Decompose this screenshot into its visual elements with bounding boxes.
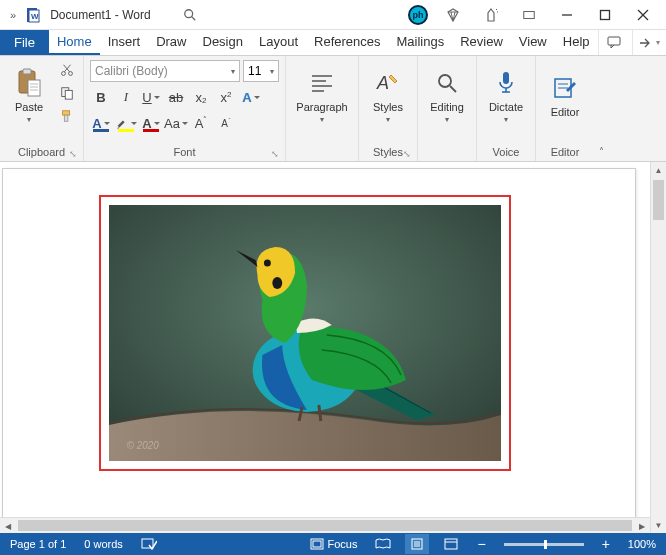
quick-access-chevron[interactable]: » (4, 9, 22, 21)
page-number-status[interactable]: Page 1 of 1 (6, 534, 70, 554)
minimize-button[interactable] (548, 1, 586, 29)
paste-label: Paste (15, 101, 43, 113)
font-dialog-launcher[interactable]: ⤡ (271, 149, 279, 159)
paste-button[interactable]: Paste ▾ (6, 60, 52, 130)
tab-home[interactable]: Home (49, 30, 100, 55)
bold-button[interactable]: B (90, 86, 112, 108)
tab-design[interactable]: Design (195, 30, 251, 55)
zoom-slider-handle[interactable] (544, 540, 547, 549)
styles-button[interactable]: A Styles ▾ (365, 60, 411, 130)
clipboard-dialog-launcher[interactable]: ⤡ (69, 149, 77, 159)
editor-icon (552, 72, 578, 104)
focus-mode-button[interactable]: Focus (306, 534, 362, 554)
hscroll-thumb[interactable] (18, 520, 632, 531)
paragraph-label (292, 156, 352, 161)
underline-button[interactable]: U (140, 86, 162, 108)
collapse-ribbon-button[interactable]: ˄ (599, 146, 604, 157)
tab-review[interactable]: Review (452, 30, 511, 55)
ribbon-options-icon[interactable] (510, 1, 548, 29)
web-layout-button[interactable] (439, 534, 463, 554)
font-color-outline-button[interactable]: A (90, 112, 112, 134)
tab-layout[interactable]: Layout (251, 30, 306, 55)
dictate-button[interactable]: Dictate ▾ (483, 60, 529, 130)
share-button[interactable]: ▾ (632, 30, 666, 55)
zoom-level[interactable]: 100% (624, 534, 660, 554)
editing-button[interactable]: Editing ▾ (424, 60, 470, 130)
svg-rect-52 (313, 541, 321, 547)
font-group: Calibri (Body)▾ 11▾ B I U ab x2 x2 A A A… (84, 56, 286, 161)
status-bar: Page 1 of 1 0 words Focus − + 100% (0, 533, 666, 555)
paragraph-button[interactable]: Paragraph ▾ (292, 60, 352, 130)
zoom-slider[interactable] (504, 543, 584, 546)
svg-rect-28 (63, 111, 70, 115)
coming-soon-icon[interactable] (472, 1, 510, 29)
grow-font-button[interactable]: A˄ (190, 112, 212, 134)
horizontal-scrollbar[interactable]: ◀ ▶ (0, 517, 650, 533)
svg-point-22 (62, 72, 66, 76)
editor-btn-label: Editor (551, 106, 580, 118)
cut-button[interactable] (57, 60, 77, 80)
diamond-icon[interactable] (434, 1, 472, 29)
svg-line-25 (64, 65, 70, 72)
word-count-status[interactable]: 0 words (80, 534, 127, 554)
dictate-btn-label: Dictate (489, 101, 523, 113)
file-tab[interactable]: File (0, 30, 49, 55)
styles-label: Styles⤡ (365, 144, 411, 161)
superscript-button[interactable]: x2 (215, 86, 237, 108)
font-label: Font⤡ (90, 144, 279, 161)
shrink-font-button[interactable]: A˅ (215, 112, 237, 134)
search-icon[interactable] (171, 1, 209, 29)
svg-point-45 (264, 260, 271, 267)
text-effects-button[interactable]: A (240, 86, 262, 108)
svg-point-35 (439, 75, 451, 87)
svg-rect-50 (142, 539, 153, 548)
change-case-button[interactable]: Aa (165, 112, 187, 134)
highlight-button[interactable] (115, 112, 137, 134)
tab-view[interactable]: View (511, 30, 555, 55)
svg-rect-18 (28, 80, 40, 96)
selected-image-frame[interactable]: © 2020 (99, 195, 511, 471)
zoom-out-button[interactable]: − (473, 534, 489, 554)
svg-rect-10 (524, 11, 535, 18)
vertical-scrollbar[interactable]: ▲ ▼ (650, 162, 666, 533)
comments-button[interactable] (598, 30, 632, 55)
scroll-down-button[interactable]: ▼ (651, 517, 666, 533)
tab-insert[interactable]: Insert (100, 30, 149, 55)
strikethrough-button[interactable]: ab (165, 86, 187, 108)
editor-button[interactable]: Editor (542, 60, 588, 130)
paragraph-btn-label: Paragraph (296, 101, 347, 113)
print-layout-button[interactable] (405, 534, 429, 554)
svg-rect-12 (601, 10, 610, 19)
tab-references[interactable]: References (306, 30, 388, 55)
styles-dialog-launcher[interactable]: ⤡ (403, 149, 411, 159)
scroll-right-button[interactable]: ▶ (634, 518, 650, 533)
italic-button[interactable]: I (115, 86, 137, 108)
tab-mailings[interactable]: Mailings (389, 30, 453, 55)
copy-button[interactable] (57, 83, 77, 103)
maximize-button[interactable] (586, 1, 624, 29)
subscript-button[interactable]: x2 (190, 86, 212, 108)
account-badge[interactable]: ph (408, 5, 428, 25)
font-name-combo[interactable]: Calibri (Body)▾ (90, 60, 240, 82)
zoom-in-button[interactable]: + (598, 534, 614, 554)
editing-btn-label: Editing (430, 101, 464, 113)
paragraph-group: Paragraph ▾ (286, 56, 359, 161)
page[interactable]: © 2020 (2, 168, 636, 533)
inserted-image[interactable]: © 2020 (109, 205, 501, 461)
scroll-up-button[interactable]: ▲ (651, 162, 666, 178)
tab-draw[interactable]: Draw (148, 30, 194, 55)
clipboard-label: Clipboard⤡ (6, 144, 77, 161)
document-area[interactable]: © 2020 ▲ ▼ ◀ ▶ (0, 162, 666, 533)
spell-check-status[interactable] (137, 534, 161, 554)
format-painter-button[interactable] (57, 106, 77, 126)
font-size-combo[interactable]: 11▾ (243, 60, 279, 82)
read-mode-button[interactable] (371, 534, 395, 554)
tab-help[interactable]: Help (555, 30, 598, 55)
svg-rect-29 (64, 115, 68, 121)
close-button[interactable] (624, 1, 662, 29)
vscroll-thumb[interactable] (653, 180, 664, 220)
font-color-button[interactable]: A (140, 112, 162, 134)
svg-text:W: W (31, 12, 39, 21)
scroll-left-button[interactable]: ◀ (0, 518, 16, 533)
voice-group: Dictate ▾ Voice (477, 56, 536, 161)
